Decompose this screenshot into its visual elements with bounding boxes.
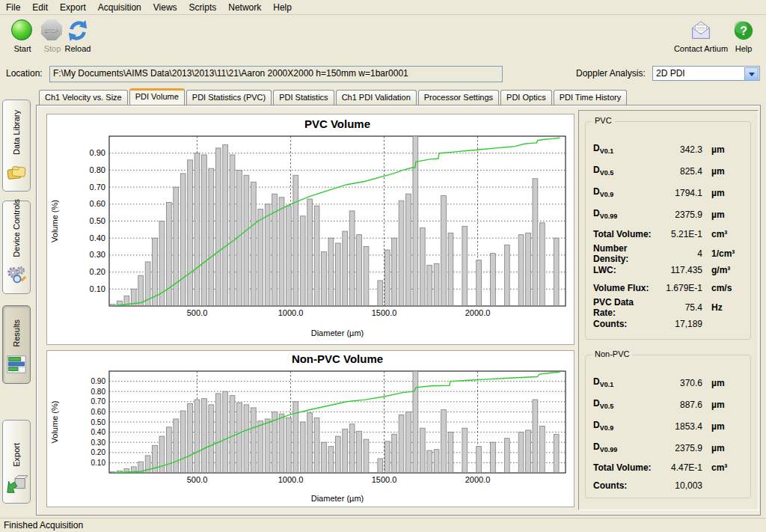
stat-unit: µm	[707, 443, 744, 453]
doppler-analysis-select[interactable]: 2D PDI	[652, 66, 760, 81]
stats-panel: PVC DV0.1342.3µmDV0.5825.4µmDV0.91794.1µ…	[578, 110, 759, 510]
stat-label: DV0.5	[593, 165, 653, 177]
tab-ch1-velocity-vs-size[interactable]: Ch1 Velocity vs. Size	[39, 90, 128, 105]
histogram-bar	[343, 231, 348, 305]
doppler-dropdown-button[interactable]	[744, 67, 759, 81]
histogram-bar	[462, 226, 468, 305]
tab-pdi-statistics[interactable]: PDI Statistics	[273, 90, 334, 105]
stat-value: 1794.1	[653, 188, 707, 198]
toolbar: Start STOP Stop Reload	[0, 15, 766, 63]
menu-edit[interactable]: Edit	[26, 1, 54, 14]
histogram-bar	[166, 427, 171, 473]
histogram-bar	[539, 426, 545, 472]
histogram-bar	[314, 418, 319, 473]
stat-row-dv0-1: DV0.1342.3µm	[593, 138, 744, 160]
chart-title: PVC Volume	[304, 117, 370, 130]
histogram-bar	[462, 428, 468, 472]
histogram-bar	[223, 144, 228, 305]
histogram-bar	[357, 235, 362, 306]
histogram-bar	[279, 414, 284, 472]
histogram-bar	[287, 206, 292, 305]
y-tick-label: 0.70	[91, 397, 106, 406]
menu-views[interactable]: Views	[147, 1, 183, 14]
sidebar-tab-export[interactable]: Export	[2, 420, 31, 504]
stat-label: PVC Data Rate:	[593, 297, 653, 318]
stat-value: 17,189	[653, 319, 707, 329]
stat-unit: µm	[707, 188, 744, 198]
histogram-bar	[202, 155, 207, 306]
histogram-bar	[392, 434, 397, 472]
y-tick-label: 0.90	[90, 148, 105, 157]
histogram-bar	[230, 155, 235, 306]
stat-unit: 1/cm³	[707, 248, 744, 259]
histogram-bar	[448, 432, 453, 473]
sidebar-tab-label: Export	[12, 443, 21, 467]
stat-unit: µm	[707, 210, 744, 220]
y-tick-label: 0.10	[91, 459, 106, 467]
location-bar: Location: F:\My Documents\AIMS Data\2013…	[0, 64, 766, 84]
histogram-bar	[357, 431, 362, 472]
stat-unit: cm³	[707, 229, 744, 239]
histogram-bar	[477, 447, 482, 473]
stat-row-dv0-99: DV0.992375.9µm	[593, 204, 744, 225]
contact-artium-button[interactable]: Contact Artium	[672, 18, 730, 53]
histogram-bar	[518, 235, 524, 306]
location-label: Location:	[6, 68, 43, 79]
reload-icon	[67, 19, 89, 42]
help-button[interactable]: ? Help	[723, 18, 765, 53]
stat-value: 117.435	[653, 265, 707, 275]
histogram-bar	[406, 194, 411, 305]
non-pvc-stats-groupbox: Non-PVC DV0.1370.6µmDV0.5887.6µmDV0.9185…	[585, 355, 751, 498]
chart-title: Non-PVC Volume	[292, 352, 383, 365]
histogram-bar	[110, 305, 115, 306]
location-input[interactable]: F:\My Documents\AIMS Data\2013\2013\11\2…	[49, 66, 503, 82]
menu-export[interactable]: Export	[54, 1, 92, 14]
tab-pdi-volume[interactable]: PDI Volume	[129, 88, 185, 106]
sidebar-tab-device-controls[interactable]: Device Controls	[2, 201, 31, 294]
histogram-bar	[384, 441, 390, 473]
stat-value: 2375.9	[653, 443, 707, 453]
menu-bar: FileEditExportAcquisitionViewsScriptsNet…	[0, 0, 766, 15]
stat-row-dv0-1: DV0.1370.6µm	[593, 372, 744, 394]
menu-network[interactable]: Network	[222, 1, 267, 14]
histogram-bar	[406, 412, 411, 472]
sidebar-tab-data-library[interactable]: Data Library	[2, 100, 31, 192]
tab-processor-settings[interactable]: Processor Settings	[418, 90, 499, 105]
histogram-bar	[343, 429, 348, 473]
stat-value: 825.4	[653, 166, 707, 177]
menu-help[interactable]: Help	[267, 1, 298, 14]
histogram-bar	[364, 439, 369, 472]
histogram-bar	[209, 405, 214, 473]
histogram-bar	[526, 233, 531, 305]
menu-acquisition[interactable]: Acquisition	[92, 1, 147, 14]
histogram-bar	[287, 418, 292, 473]
stat-value: 2375.9	[653, 210, 707, 220]
sidebar-tab-results[interactable]: Results	[2, 305, 31, 384]
tab-pdi-statistics-pvc[interactable]: PDI Statistics (PVC)	[186, 90, 272, 105]
histogram-bar	[427, 266, 432, 306]
y-tick-label: 0.10	[90, 284, 105, 293]
stat-label: DV0.1	[593, 376, 653, 388]
reload-button-label: Reload	[65, 44, 91, 53]
histogram-bar	[194, 400, 200, 472]
tab-ch1-pdi-validation[interactable]: Ch1 PDI Validation	[336, 90, 417, 105]
histogram-bar	[215, 148, 221, 306]
x-tick-label: 500.0	[187, 475, 208, 484]
reload-button[interactable]: Reload	[57, 18, 99, 53]
histogram-bar	[251, 182, 256, 305]
tab-pdi-optics[interactable]: PDI Optics	[500, 90, 552, 105]
menu-scripts[interactable]: Scripts	[183, 1, 223, 14]
menu-file[interactable]: File	[0, 1, 26, 14]
histogram-bar	[399, 201, 404, 305]
tab-pdi-time-history[interactable]: PDI Time History	[554, 90, 628, 105]
stat-label: DV0.99	[593, 441, 653, 453]
histogram-bar	[434, 263, 439, 305]
stat-label: DV0.99	[593, 208, 653, 220]
stat-row-total-volume: Total Volume:4.47E-1cm³	[593, 459, 744, 477]
histogram-bar	[230, 396, 235, 473]
stat-unit: cm/s	[707, 283, 744, 293]
x-tick-label: 1000.0	[278, 475, 304, 484]
histogram-bar	[314, 206, 319, 305]
histogram-bar	[518, 432, 524, 473]
histogram-bar	[477, 260, 482, 306]
